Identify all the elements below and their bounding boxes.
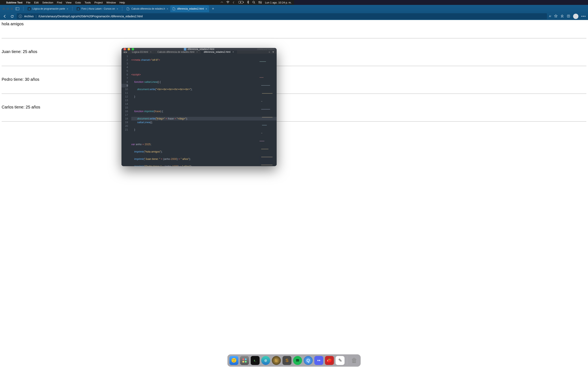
tab-actions-icon[interactable] xyxy=(16,7,19,10)
line-gutter: 123456789101112131415161718192021 xyxy=(121,54,130,166)
svg-point-6 xyxy=(259,1,259,2)
svg-point-0 xyxy=(228,3,228,3)
menubar-clock[interactable]: Lun 1 ago. 10:24 p. m. xyxy=(265,1,292,4)
sublime-editor[interactable]: 123456789101112131415161718192021 <<meta… xyxy=(121,54,277,166)
menu-view[interactable]: View xyxy=(66,1,71,4)
menu-goto[interactable]: Goto xyxy=(75,1,81,4)
sublime-tab-label: Calculo diferencia de edades.html xyxy=(157,50,194,53)
sublime-window: diferencia_edades2.html UNREGISTERED ◀ ▶… xyxy=(121,48,277,166)
browser-traffic-lights[interactable] xyxy=(2,8,13,10)
svg-rect-2 xyxy=(243,2,243,3)
sublime-history-nav[interactable]: ◀ ▶ xyxy=(121,50,129,54)
browser-tab-label: Lógica de programación parte xyxy=(33,7,65,10)
battery-icon[interactable] xyxy=(238,1,244,4)
wifi-icon[interactable] xyxy=(226,1,229,4)
close-tab-icon[interactable]: × xyxy=(67,7,68,10)
close-icon[interactable]: × xyxy=(150,50,151,53)
close-icon[interactable]: × xyxy=(233,50,234,53)
airdrop-icon[interactable]: ◠ xyxy=(221,1,223,4)
close-icon[interactable]: × xyxy=(196,50,198,53)
window-minimize-icon[interactable] xyxy=(128,48,130,50)
file-favicon-icon xyxy=(172,7,176,10)
menu-window[interactable]: Window xyxy=(106,1,116,4)
address-bar[interactable]: i Archivo | /Users/amaury/Desktop/Logica… xyxy=(17,13,294,19)
menu-tools[interactable]: Tools xyxy=(85,1,91,4)
addr-path: /Users/amaury/Desktop/Logica%20de%20Prog… xyxy=(38,15,143,18)
sublime-tab-3-active[interactable]: diferencia_edades2.html× xyxy=(201,50,237,54)
site-info-icon[interactable]: i xyxy=(19,15,22,18)
unregistered-label: UNREGISTERED xyxy=(257,48,275,50)
alura-favicon-icon: a xyxy=(27,7,31,10)
browser-tab-2[interactable]: a Foro | Alura Latam - Cursos on × xyxy=(75,5,120,12)
new-tab-button[interactable]: + xyxy=(210,6,216,11)
svg-line-4 xyxy=(254,3,255,3)
browser-tab-label: Calculo diferencia de edades.h xyxy=(131,7,165,10)
code-area[interactable]: <<meta charset="utf-8"> <script> functio… xyxy=(130,54,277,166)
page-text: hola amigos xyxy=(2,22,24,26)
macos-menubar: Sublime Text File Edit Selection Find Vi… xyxy=(0,0,294,5)
close-tab-icon[interactable]: × xyxy=(206,7,207,10)
sublime-tab-2[interactable]: Calculo diferencia de edades.html× xyxy=(155,50,201,54)
new-tab-icon[interactable]: + xyxy=(268,50,270,54)
minimap[interactable] xyxy=(259,54,276,66)
browser-tab-1[interactable]: a Lógica de programación parte × xyxy=(26,5,70,12)
tab-dropdown-icon[interactable]: ▼ xyxy=(272,50,275,54)
browser-tab-3[interactable]: Calculo diferencia de edades.h × xyxy=(124,5,170,12)
sublime-title: diferencia_edades2.html xyxy=(184,48,214,50)
sublime-tab-label: diferencia_edades2.html xyxy=(204,50,231,53)
sublime-tab-1[interactable]: Logica-03.html× xyxy=(129,50,155,54)
spotlight-icon[interactable] xyxy=(252,1,255,4)
html-file-icon xyxy=(184,48,186,50)
page-text: Pedro tiene: 30 años xyxy=(2,77,39,82)
close-tab-icon[interactable]: × xyxy=(167,7,168,10)
do-not-disturb-icon[interactable]: ☾ xyxy=(233,1,235,4)
addr-scheme: Archivo xyxy=(24,15,34,18)
sublime-traffic-lights[interactable] xyxy=(123,48,134,50)
browser-tab-label: diferencia_edades2.html xyxy=(177,7,204,10)
control-center-icon[interactable] xyxy=(259,1,262,4)
menu-find[interactable]: Find xyxy=(57,1,62,4)
window-zoom-icon[interactable] xyxy=(132,48,134,50)
menu-project[interactable]: Project xyxy=(95,1,103,4)
close-tab-icon[interactable]: × xyxy=(117,7,118,10)
browser-tab-label: Foro | Alura Latam - Cursos on xyxy=(81,7,115,10)
alura-favicon-icon: a xyxy=(77,7,80,10)
sublime-tab-label: Logica-03.html xyxy=(132,50,148,53)
svg-point-8 xyxy=(261,3,261,3)
sublime-titlebar[interactable]: diferencia_edades2.html UNREGISTERED xyxy=(121,48,277,50)
browser-tab-4-active[interactable]: diferencia_edades2.html × xyxy=(170,5,209,12)
page-text: Juan tiene: 25 años xyxy=(2,49,37,54)
menu-help[interactable]: Help xyxy=(120,1,125,4)
menu-file[interactable]: File xyxy=(26,1,30,4)
menu-selection[interactable]: Selection xyxy=(42,1,53,4)
file-favicon-icon xyxy=(126,7,130,10)
page-text: Carlos tiene: 25 años xyxy=(2,105,40,109)
menubar-app-name[interactable]: Sublime Text xyxy=(6,1,22,4)
bluetooth-icon[interactable] xyxy=(247,1,249,4)
back-button[interactable] xyxy=(2,14,7,19)
menu-edit[interactable]: Edit xyxy=(34,1,39,4)
window-close-icon[interactable] xyxy=(123,48,126,50)
refresh-button[interactable] xyxy=(9,14,15,19)
svg-point-3 xyxy=(252,1,254,3)
